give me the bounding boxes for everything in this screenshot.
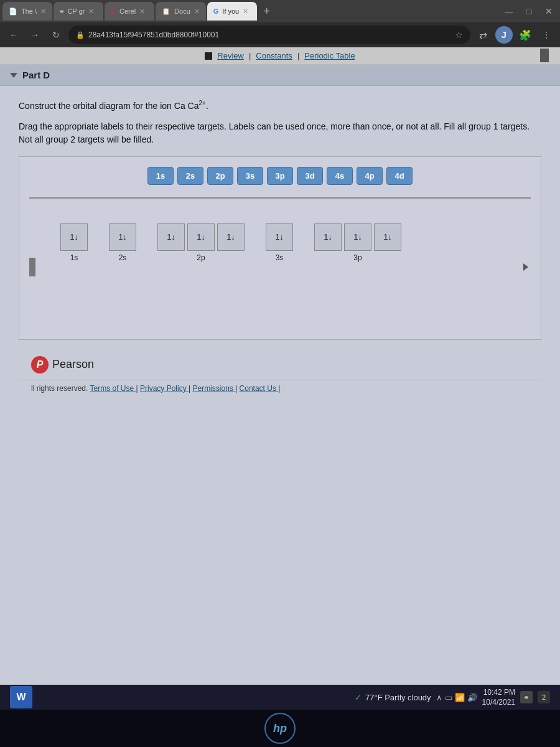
hp-bar: hp bbox=[0, 710, 560, 747]
tab-2[interactable]: ≡ CP gr ✕ bbox=[54, 2, 103, 21]
tab-5-favicon: G bbox=[213, 7, 219, 15]
caret-up-icon[interactable]: ∧ bbox=[436, 693, 442, 702]
pearson-p-letter: P bbox=[37, 359, 44, 370]
privacy-policy-link[interactable]: Privacy Policy bbox=[140, 384, 189, 393]
periodic-table-link[interactable]: Periodic Table bbox=[304, 51, 355, 60]
review-link[interactable]: Review bbox=[217, 51, 244, 60]
orbital-label-2s: 2s bbox=[119, 253, 127, 262]
weather-text: 77°F Partly cloudy bbox=[365, 693, 431, 702]
orbital-box-1s-1[interactable]: 1↓ bbox=[60, 223, 88, 251]
maximize-button[interactable]: □ bbox=[520, 2, 538, 20]
orbital-box-3p-2[interactable]: 1↓ bbox=[344, 223, 371, 251]
label-2s[interactable]: 2s bbox=[177, 167, 203, 185]
orbital-box-2s-1[interactable]: 1↓ bbox=[109, 223, 136, 251]
word-app-icon[interactable]: W bbox=[10, 686, 32, 708]
close-button[interactable]: ✕ bbox=[540, 2, 558, 20]
tab-2-close[interactable]: ✕ bbox=[88, 7, 94, 16]
footer-sep-4: | bbox=[278, 384, 280, 393]
orbital-box-2p-3[interactable]: 1↓ bbox=[217, 223, 245, 251]
tab-4[interactable]: 📋 Docu ✕ bbox=[156, 2, 206, 21]
browser-menu-button[interactable]: ⋮ bbox=[538, 26, 555, 44]
pearson-p-icon: P bbox=[31, 356, 49, 374]
label-1s[interactable]: 1s bbox=[147, 167, 174, 185]
orbital-boxes-2s: 1↓ bbox=[109, 223, 136, 251]
tab-2-favicon: ≡ bbox=[60, 7, 63, 15]
orbital-box-2p-2[interactable]: 1↓ bbox=[187, 223, 215, 251]
orbital-box-3s-1[interactable]: 1↓ bbox=[266, 223, 293, 251]
label-4s[interactable]: 4s bbox=[327, 167, 353, 185]
tab-5-close[interactable]: ✕ bbox=[243, 7, 248, 16]
orbital-group-3p: 1↓ 1↓ 1↓ 3p bbox=[314, 223, 401, 262]
orbital-group-2s: 1↓ 2s bbox=[109, 223, 136, 262]
scrollbar-up[interactable] bbox=[540, 49, 549, 62]
notification-button[interactable]: ≡ bbox=[520, 691, 533, 703]
tab-5-label: If you bbox=[222, 7, 239, 15]
part-d-title: Part D bbox=[22, 70, 50, 80]
window-controls: — □ ✕ bbox=[500, 2, 558, 20]
back-button[interactable]: ← bbox=[5, 26, 22, 44]
orbital-boxes-3p: 1↓ 1↓ 1↓ bbox=[314, 223, 401, 251]
separator-2: | bbox=[297, 51, 299, 60]
question-period: . bbox=[206, 101, 208, 111]
refresh-button[interactable]: ↻ bbox=[47, 26, 65, 44]
terms-of-use-link[interactable]: Terms of Use bbox=[90, 384, 136, 393]
tab-3-close[interactable]: ✕ bbox=[139, 7, 145, 16]
taskbar-time: 10:42 PM bbox=[483, 688, 515, 697]
forward-button[interactable]: → bbox=[26, 26, 44, 44]
question-content: Construct the orbital diagram for the io… bbox=[0, 86, 560, 685]
scroll-right-indicator[interactable] bbox=[523, 263, 528, 271]
bookmark-star-icon[interactable]: ☆ bbox=[455, 30, 463, 40]
rights-text: ll rights reserved. bbox=[31, 384, 88, 393]
label-2p[interactable]: 2p bbox=[207, 167, 233, 185]
extensions-icon[interactable]: 🧩 bbox=[516, 26, 534, 44]
profile-avatar[interactable]: J bbox=[495, 26, 513, 44]
tab-2-label: CP gr bbox=[68, 7, 85, 15]
orbital-box-2p-1[interactable]: 1↓ bbox=[157, 223, 185, 251]
label-4p[interactable]: 4p bbox=[357, 167, 383, 185]
secondary-notification[interactable]: 2 bbox=[538, 691, 550, 703]
network-icon[interactable]: 📶 bbox=[455, 693, 465, 702]
orbital-group-3s: 1↓ 3s bbox=[266, 223, 293, 262]
label-4d[interactable]: 4d bbox=[386, 167, 413, 185]
address-bar[interactable]: 🔒 28a413fa15f9457851d0bd8800f#10001 ☆ bbox=[68, 26, 470, 44]
url-text: 28a413fa15f9457851d0bd8800f#10001 bbox=[88, 31, 451, 39]
system-tray-row: W ✓ 77°F Partly cloudy ∧ ▭ 📶 🔊 10:42 PM … bbox=[0, 685, 560, 710]
ssl-lock-icon: 🔒 bbox=[76, 31, 85, 39]
contact-us-link[interactable]: Contact Us bbox=[240, 384, 279, 393]
orbital-group-2p: 1↓ 1↓ 1↓ 2p bbox=[157, 223, 245, 262]
pearson-name: Pearson bbox=[52, 358, 94, 371]
scroll-left-arrow[interactable] bbox=[29, 258, 35, 276]
sync-icon[interactable]: ⇄ bbox=[474, 26, 492, 44]
hp-logo: hp bbox=[264, 713, 296, 744]
hp-logo-text: hp bbox=[273, 722, 287, 735]
tab-4-close[interactable]: ✕ bbox=[194, 7, 200, 16]
ion-name: Ca2+ bbox=[185, 101, 206, 111]
label-3s[interactable]: 3s bbox=[237, 167, 263, 185]
address-bar-row: ← → ↻ 🔒 28a413fa15f9457851d0bd8800f#1000… bbox=[0, 22, 560, 47]
orbital-box-3p-1[interactable]: 1↓ bbox=[314, 223, 342, 251]
taskbar-system-icons: ∧ ▭ 📶 🔊 bbox=[436, 693, 477, 702]
tab-5[interactable]: G If you ✕ bbox=[207, 2, 257, 21]
top-links-bar: Review | Constants | Periodic Table bbox=[0, 47, 560, 65]
tab-1[interactable]: 📄 The \ ✕ bbox=[2, 2, 52, 21]
permissions-link[interactable]: Permissions bbox=[192, 384, 235, 393]
minimize-button[interactable]: — bbox=[500, 2, 518, 20]
separator-1: | bbox=[249, 51, 251, 60]
new-tab-button[interactable]: + bbox=[258, 2, 276, 20]
label-3p[interactable]: 3p bbox=[267, 167, 293, 185]
tab-3[interactable]: C Cerel ✕ bbox=[105, 2, 154, 21]
constants-link[interactable]: Constants bbox=[256, 51, 292, 60]
checkmark-icon: ✓ bbox=[355, 693, 362, 702]
tab-3-label: Cerel bbox=[119, 7, 136, 15]
collapse-arrow-icon[interactable] bbox=[10, 73, 17, 78]
tab-1-favicon: 📄 bbox=[9, 7, 17, 16]
weather-display: ✓ 77°F Partly cloudy bbox=[355, 693, 431, 702]
label-3d[interactable]: 3d bbox=[297, 167, 323, 185]
volume-icon[interactable]: 🔊 bbox=[467, 693, 477, 702]
orbital-label-1s: 1s bbox=[70, 253, 78, 262]
tab-1-close[interactable]: ✕ bbox=[40, 7, 46, 16]
orbital-box-3p-3[interactable]: 1↓ bbox=[374, 223, 401, 251]
orbital-label-3s: 3s bbox=[276, 253, 284, 262]
display-icon[interactable]: ▭ bbox=[445, 693, 452, 702]
orbital-divider bbox=[29, 197, 531, 199]
